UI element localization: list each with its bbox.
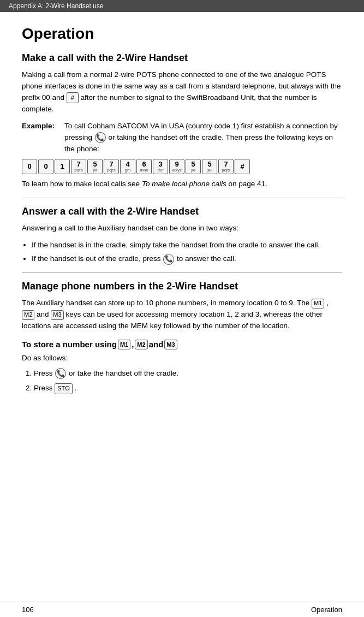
main-content: Operation Make a call with the 2-Wire Ha…: [0, 12, 364, 430]
key-5-jkl-2: 5jkl: [186, 159, 201, 174]
m1-key: M1: [312, 299, 324, 308]
key-5-jkl-3: 5jkl: [202, 159, 217, 174]
section2-bullet-1: If the handset is in the cradle, simply …: [32, 240, 342, 251]
key-4-ghi: 4ghi: [120, 159, 135, 174]
step-1: Press 📞 or take the handset off the crad…: [34, 367, 342, 379]
section4-m3-key: M3: [164, 340, 177, 349]
section4-m1-key: M1: [118, 340, 130, 349]
section2-bullets: If the handset is in the cradle, simply …: [32, 240, 342, 265]
key-0-1: 0: [22, 159, 37, 174]
section1-heading: Make a call with the 2-Wire Handset: [22, 52, 342, 64]
step1-phone-icon: 📞: [55, 368, 66, 379]
do-as-follows-label: Do as follows:: [22, 353, 342, 364]
bottom-bar: 106 Operation: [0, 602, 364, 617]
top-bar: Appendix A: 2-Wire Handset use: [0, 0, 364, 12]
phone-call-icon: 📞: [95, 132, 106, 143]
section3-heading: Manage phone numbers in the 2-Wire Hands…: [22, 281, 342, 292]
section4-heading: To store a number using M1 , M2 and M3: [22, 340, 342, 349]
page-title: Operation: [22, 25, 342, 43]
local-calls-link: To make local phone calls: [142, 180, 226, 188]
key-1: 1: [55, 159, 70, 174]
key-sequence-row: 0 0 1 7pqrs 5jkl 7pqrs 4ghi 6mno 3def 9w…: [22, 159, 342, 174]
key-7-pqrs-3: 7pqrs: [218, 159, 234, 174]
sto-key: STO: [55, 383, 72, 394]
section3-para: The Auxiliary handset can store up to 10…: [22, 298, 342, 332]
key-hash: #: [235, 159, 250, 174]
m2-key: M2: [22, 310, 34, 320]
section1-para: Making a call from a normal 2-wire POTS …: [22, 69, 342, 115]
phone-answer-icon: 📞: [163, 254, 174, 265]
section1-learn-more: To learn how to make local calls see To …: [22, 179, 342, 190]
key-0-2: 0: [38, 159, 53, 174]
key-9-wxyz: 9wxyz: [169, 159, 184, 174]
top-bar-text: Appendix A: 2-Wire Handset use: [9, 2, 103, 10]
key-7-pqrs-2: 7pqrs: [104, 159, 119, 174]
example-block: Example: To call Cobham SATCOM VA in USA…: [22, 121, 342, 155]
section4-m2-key: M2: [135, 340, 147, 349]
footer-page-label: Operation: [311, 606, 342, 614]
key-5-jkl-1: 5jkl: [87, 159, 103, 174]
example-label: Example:: [22, 121, 61, 155]
hash-key-inline: #: [67, 92, 79, 103]
example-content: To call Cobham SATCOM VA in USA (country…: [64, 121, 342, 155]
footer-page-number: 106: [22, 606, 34, 614]
section2-bullet-2: If the handset is out of the cradle, pre…: [32, 253, 342, 265]
m3-key: M3: [51, 310, 63, 320]
section-divider-1: [22, 198, 342, 198]
section2-heading: Answer a call with the 2-Wire Handset: [22, 206, 342, 217]
key-7-pqrs-1: 7pqrs: [71, 159, 86, 174]
key-3-def: 3def: [153, 159, 168, 174]
section4-steps: Press 📞 or take the handset off the crad…: [34, 367, 342, 394]
step-2: Press STO .: [34, 382, 342, 394]
section2-para: Answering a call to the Auxiliary handse…: [22, 223, 342, 234]
key-6-mno: 6mno: [136, 159, 152, 174]
section-divider-2: [22, 272, 342, 273]
